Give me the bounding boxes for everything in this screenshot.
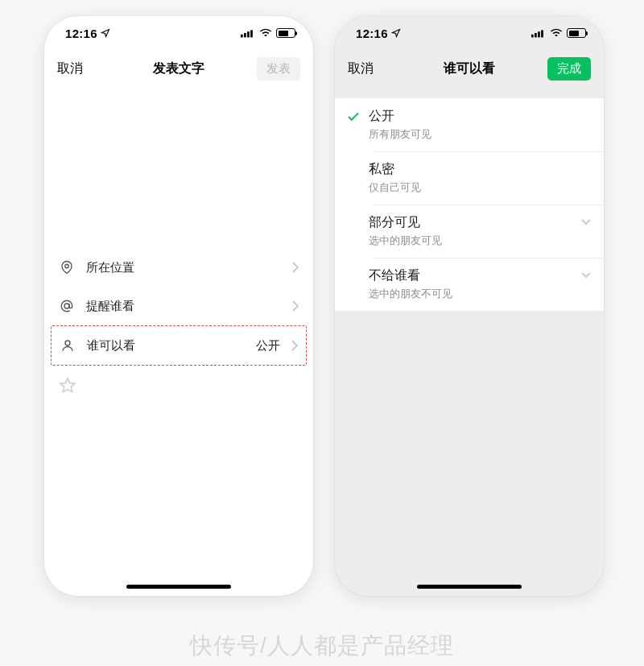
row-label: 所在位置 (86, 260, 281, 275)
location-arrow-icon (391, 28, 401, 38)
phone-compose: 12:16 取消 发表文字 发表 所在位置 (44, 16, 313, 596)
svg-point-5 (64, 304, 69, 308)
status-time: 12:16 (356, 27, 388, 40)
home-indicator[interactable] (126, 585, 231, 589)
option-sub: 仅自己可见 (369, 180, 421, 195)
done-button[interactable]: 完成 (547, 57, 591, 81)
wifi-icon (550, 28, 563, 38)
svg-point-6 (65, 341, 70, 345)
option-sub: 所有朋友可见 (369, 127, 431, 142)
chevron-right-icon (292, 300, 299, 312)
star-button[interactable] (44, 366, 313, 406)
row-mention[interactable]: 提醒谁看 (44, 287, 313, 325)
nav-bar: 取消 谁可以看 完成 (335, 50, 604, 87)
option-public[interactable]: 公开 所有朋友可见 (335, 98, 604, 151)
option-title: 不给谁看 (369, 267, 452, 284)
check-icon (346, 108, 369, 124)
row-label: 提醒谁看 (86, 299, 281, 314)
chevron-right-icon (291, 340, 298, 351)
option-sub: 选中的朋友可见 (369, 234, 442, 248)
row-label: 谁可以看 (87, 338, 245, 354)
publish-button[interactable]: 发表 (257, 57, 300, 81)
chevron-down-icon (581, 267, 591, 279)
option-exclude[interactable]: 不给谁看 选中的朋友不可见 (335, 258, 604, 311)
nav-bar: 取消 发表文字 发表 (44, 50, 313, 87)
svg-rect-8 (535, 33, 537, 37)
option-title: 私密 (369, 161, 421, 178)
status-bar: 12:16 (335, 16, 604, 50)
svg-rect-10 (541, 30, 543, 37)
home-indicator[interactable] (417, 585, 522, 589)
cancel-button[interactable]: 取消 (348, 60, 396, 77)
highlight-visibility: 谁可以看 公开 (51, 325, 307, 366)
option-private[interactable]: 私密 仅自己可见 (335, 151, 604, 205)
battery-icon (276, 28, 295, 38)
watermark-text: 快传号/人人都是产品经理 (0, 631, 644, 661)
row-location[interactable]: 所在位置 (44, 248, 313, 287)
svg-rect-7 (531, 35, 534, 38)
wifi-icon (259, 28, 272, 38)
location-pin-icon (59, 260, 75, 275)
option-title: 部分可见 (369, 214, 442, 231)
svg-rect-3 (250, 30, 253, 37)
compose-text-area[interactable] (44, 87, 313, 248)
cancel-button[interactable]: 取消 (57, 60, 105, 77)
star-icon (59, 377, 76, 395)
svg-rect-0 (241, 35, 243, 38)
signal-icon (531, 28, 546, 38)
page-title: 发表文字 (105, 60, 252, 77)
chevron-right-icon (292, 262, 299, 273)
battery-icon (567, 28, 586, 38)
svg-rect-2 (247, 31, 250, 37)
page-title: 谁可以看 (396, 60, 543, 77)
location-arrow-icon (101, 28, 110, 38)
option-sub: 选中的朋友不可见 (369, 287, 452, 301)
svg-rect-9 (538, 31, 540, 37)
phone-visibility: 12:16 取消 谁可以看 完成 公开 所有 (335, 16, 604, 596)
status-time: 12:16 (65, 27, 97, 40)
visibility-options-list: 公开 所有朋友可见 私密 仅自己可见 部分可见 选中的朋友可见 (335, 98, 604, 311)
svg-point-4 (65, 264, 69, 268)
option-title: 公开 (369, 108, 431, 125)
svg-rect-1 (244, 33, 246, 37)
option-partial[interactable]: 部分可见 选中的朋友可见 (335, 205, 604, 258)
at-icon (59, 299, 75, 313)
row-visibility[interactable]: 谁可以看 公开 (52, 326, 306, 365)
person-icon (60, 338, 76, 353)
signal-icon (241, 28, 255, 38)
status-bar: 12:16 (44, 16, 313, 50)
row-value: 公开 (256, 338, 280, 354)
chevron-down-icon (581, 214, 591, 225)
